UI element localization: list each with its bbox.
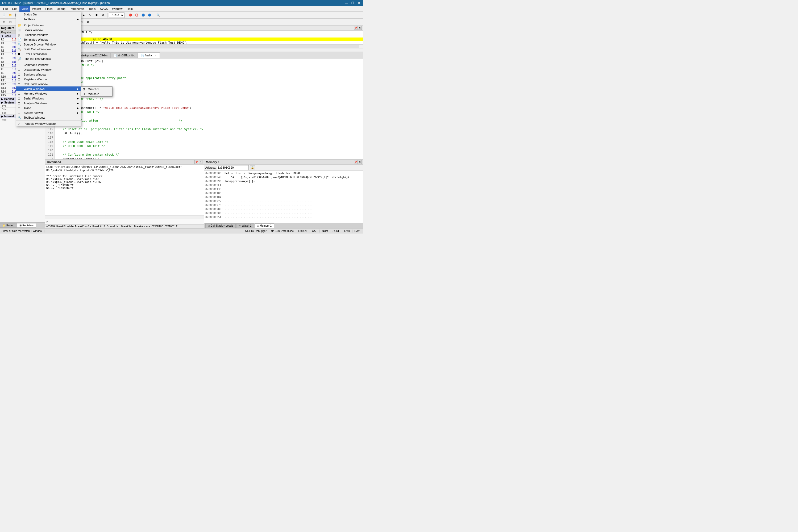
run-button[interactable]: ▷ bbox=[87, 13, 93, 18]
dropdown-trace[interactable]: ⊡ Trace bbox=[16, 106, 81, 110]
reset-button[interactable]: ↺ bbox=[100, 13, 106, 18]
memory-address-input[interactable] bbox=[217, 165, 249, 170]
command-hscrollbar[interactable] bbox=[45, 215, 204, 219]
cmd-line-7: WS 1, `FlashWBuff bbox=[46, 184, 203, 187]
dropdown-statusbar[interactable]: Status Bar bbox=[16, 12, 81, 17]
memory-lock-button[interactable]: 🔒 bbox=[250, 165, 255, 170]
dropdown-disassembly[interactable]: ⊡ Disassembly Window bbox=[16, 67, 81, 72]
watch2-submenu-item[interactable]: ⊡ Watch 2 bbox=[81, 92, 112, 96]
dropdown-command-window[interactable]: ⊡ Command Window bbox=[16, 62, 81, 67]
menu-view[interactable]: View bbox=[19, 6, 30, 12]
status-num: NUM bbox=[322, 230, 330, 232]
dropdown-analysis-windows[interactable]: ⊡ Analysis Windows bbox=[16, 101, 81, 106]
open-button[interactable]: 📂 bbox=[7, 13, 13, 18]
linenum-117: 117 bbox=[45, 136, 54, 140]
menu-file[interactable]: File bbox=[1, 6, 10, 12]
command-close-button[interactable]: ✕ bbox=[199, 160, 203, 164]
menu-svcs[interactable]: SVCS bbox=[98, 6, 110, 12]
breakpoint2-button[interactable]: ⭕ bbox=[134, 13, 140, 18]
command-pin-button[interactable]: 📌 bbox=[194, 160, 198, 164]
project-tab[interactable]: 📁 Project bbox=[0, 223, 17, 228]
dropdown-serial-windows[interactable]: ⊡ Serial Windows bbox=[16, 96, 81, 101]
dropdown-symbols[interactable]: ⊡ Symbols Window bbox=[16, 72, 81, 77]
registers-tab[interactable]: ⊞ Registers bbox=[17, 223, 36, 228]
dropdown-toolbox-window[interactable]: 🔧 Toolbox Window bbox=[16, 115, 81, 120]
dropdown-books-window[interactable]: 📖 Books Window bbox=[16, 28, 81, 33]
watch1-submenu-item[interactable]: ⊡ Watch 1 bbox=[81, 87, 112, 92]
disasm-close-button[interactable]: ✕ bbox=[358, 26, 362, 30]
reg-banked-expand: ▶ bbox=[1, 98, 3, 100]
callstack-icon: ⊞ bbox=[208, 225, 210, 227]
editor-content[interactable]: int8_t FlashRBuff [255]; USER CODE END 0… bbox=[55, 58, 363, 159]
disasm-hscrollbar[interactable] bbox=[45, 48, 363, 52]
reg-r9-name: R9 bbox=[1, 72, 12, 75]
menu-project[interactable]: Project bbox=[30, 6, 43, 12]
new-file-button[interactable]: 📄 bbox=[1, 13, 7, 18]
close-button[interactable]: ✕ bbox=[357, 1, 361, 5]
tab-it[interactable]: 📄 stm32f1xx_it.c bbox=[111, 52, 138, 58]
status-bar: Show or hide the Watch 1 Window ST-Link … bbox=[0, 228, 363, 233]
tb2-btn2[interactable]: ⊟ bbox=[7, 19, 13, 25]
rdata-dropdown[interactable]: RDATA bbox=[109, 13, 125, 18]
linenum-116: 116 bbox=[45, 131, 54, 136]
watch1-tab[interactable]: 👁 Watch 1 bbox=[236, 224, 254, 228]
tb2-btn13[interactable]: ⚙ bbox=[85, 19, 91, 25]
breakpoint-button[interactable]: 🔴 bbox=[128, 13, 133, 18]
dropdown-memory-windows[interactable]: ⊡ Memory Windows bbox=[16, 91, 81, 96]
dropdown-callstack[interactable]: ⊡ Call Stack Window bbox=[16, 82, 81, 87]
memory1-tab[interactable]: ⊞ Memory 1 bbox=[254, 224, 274, 228]
cmd-line-4: *** error 35: undefined line number bbox=[46, 175, 203, 178]
dropdown-functions-window[interactable]: {} Functions Window bbox=[16, 33, 81, 37]
find-files-icon: 🔎 bbox=[18, 57, 22, 61]
mem-line-12: 0x0800C35A: ............................… bbox=[205, 215, 362, 219]
debug-button[interactable]: ▶ bbox=[81, 13, 87, 18]
memory-close-button[interactable]: ✕ bbox=[358, 160, 362, 164]
status-ovr: OVR bbox=[344, 230, 353, 232]
reg-banked-label: Banked bbox=[4, 98, 14, 100]
memory-windows-icon: ⊡ bbox=[18, 92, 20, 95]
dropdown-project-window[interactable]: 📁 Project Window bbox=[16, 23, 81, 28]
maximize-button[interactable]: ❐ bbox=[350, 1, 355, 5]
tab-flash-c[interactable]: 📄 flash.c ✕ bbox=[138, 52, 160, 58]
dropdown-error-list[interactable]: ✖ Error List Window bbox=[16, 52, 81, 56]
tab4-close[interactable]: ✕ bbox=[155, 54, 157, 57]
title-text: D:\File\STM32 进阶教程 13\stm32_Flash\MDK-AR… bbox=[2, 1, 110, 5]
dropdown-watch-windows[interactable]: ⊡ Watch Windows bbox=[16, 87, 81, 91]
watch2-sub-icon: ⊡ bbox=[82, 92, 85, 96]
dropdown-find-files[interactable]: 🔎 Find In Files Window bbox=[16, 56, 81, 61]
dropdown-templates-window[interactable]: 📄 Templates Window bbox=[16, 37, 81, 42]
dropdown-periodic-update[interactable]: ✓ Periodic Window Update bbox=[16, 121, 81, 126]
menu-tools[interactable]: Tools bbox=[87, 6, 98, 12]
dropdown-toolbars[interactable]: Toolbars bbox=[16, 17, 81, 22]
menu-debug[interactable]: Debug bbox=[55, 6, 68, 12]
tb2-btn1[interactable]: ⊞ bbox=[1, 19, 7, 25]
breakpoint3-button[interactable]: 🔵 bbox=[140, 13, 146, 18]
dropdown-registers-window[interactable]: ⊡ Registers Window bbox=[16, 77, 81, 82]
reg-r6-name: R6 bbox=[1, 60, 12, 63]
tab3-label: stm32f1xx_it.c bbox=[118, 54, 135, 57]
disasm-pin-button[interactable]: 📌 bbox=[354, 26, 358, 30]
dropdown-build-output[interactable]: 🔨 Build Output Window bbox=[16, 47, 81, 52]
memory-pin-button[interactable]: 📌 bbox=[354, 160, 358, 164]
callstack-tab[interactable]: ⊞ Call Stack + Locals bbox=[205, 224, 236, 228]
disasm-scrollbar[interactable] bbox=[45, 44, 363, 48]
menu-peripherals[interactable]: Peripherals bbox=[68, 6, 87, 12]
command-input[interactable] bbox=[48, 220, 203, 223]
reg-r2-name: R2 bbox=[1, 45, 12, 49]
reg-r1-name: R1 bbox=[1, 42, 12, 45]
dropdown-source-browser[interactable]: 🔍 Source Browser Window bbox=[16, 42, 81, 47]
memory-content: 0x0800C000: Hello This is Jiangnanyanlon… bbox=[204, 171, 363, 223]
stop2-button[interactable]: ⏹ bbox=[94, 13, 99, 18]
menu-edit[interactable]: Edit bbox=[10, 6, 19, 12]
breakpoint4-button[interactable]: 🔵 bbox=[147, 13, 152, 18]
menu-flash[interactable]: Flash bbox=[43, 6, 55, 12]
trace-icon: ⊡ bbox=[18, 107, 20, 110]
reg-group-expand-icon: ▼ bbox=[1, 35, 4, 38]
editor-line-119: /* USER CODE END Init */ bbox=[56, 144, 362, 148]
status-rw: R/W bbox=[355, 230, 362, 232]
minimize-button[interactable]: — bbox=[344, 1, 349, 5]
dropdown-system-viewer[interactable]: ⊡ System Viewer bbox=[16, 110, 81, 115]
menu-help[interactable]: Help bbox=[125, 6, 135, 12]
menu-window[interactable]: Window bbox=[110, 6, 125, 12]
zoom-button[interactable]: 🔍 bbox=[155, 13, 161, 18]
